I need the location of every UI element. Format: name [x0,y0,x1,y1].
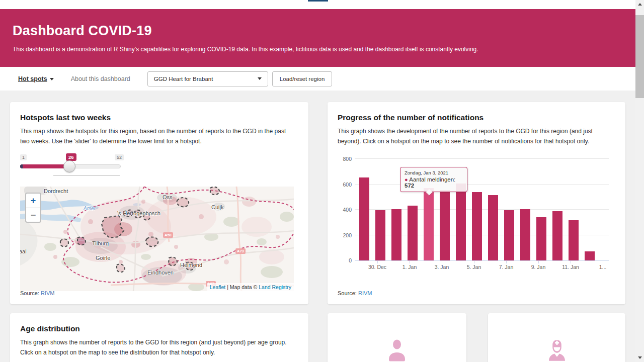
y-axis-tick-label: 600 [338,182,352,188]
x-axis-tick [377,261,378,263]
placeholder-card-user [328,313,466,362]
scrollbar-thumb[interactable] [635,15,644,98]
browser-top-strip [0,0,635,9]
chart-gridline [355,158,609,159]
tooltip-label: Aantal meldingen: [409,176,455,183]
source-label: Source: [20,290,39,296]
x-axis-tick [410,261,410,263]
map-attribution: Leaflet | Map data © Land Registry [207,283,294,291]
slider-min-label: 1 [20,154,27,160]
tooltip-date: Zondag, Jan 3, 2021 [405,170,463,175]
zoom-in-button[interactable]: + [26,194,40,208]
y-axis-tick-label: 400 [338,207,352,213]
slider-grid-line [53,175,120,175]
map-city-label: Goirle [96,255,110,261]
user-nurse-icon [498,338,615,362]
chart-bar[interactable] [552,211,562,260]
age-distribution-card: Age distribution This graph shows the nu… [10,313,308,362]
slider-value-badge: 26 [66,153,76,161]
x-axis-tick-label: 1. Jan [393,264,426,270]
page-scrollbar[interactable] [635,0,644,362]
x-axis-tick-label: 9. Jan [522,264,554,270]
content-area: Hotspots last two weeks This map shows t… [0,90,635,362]
scrollbar-up-arrow-icon[interactable] [638,3,642,6]
x-axis-tick-label: 1... [587,264,619,270]
x-axis-tick [506,261,507,263]
tab-hot-spots[interactable]: Hot spots [18,75,54,82]
rivm-link[interactable]: RIVM [41,290,55,296]
road-badge: A50 [163,232,173,238]
chart-bar[interactable] [536,217,546,260]
region-select-value: GGD Heart for Brabant [154,76,213,82]
chart-bar[interactable] [456,184,466,260]
notifications-plot: Zondag, Jan 3, 2021 ● Aantal meldingen: … [355,159,609,261]
road-badge: A73 [235,248,246,254]
chart-bar[interactable] [488,195,498,260]
zoom-out-button[interactable]: − [26,208,40,222]
dashboard-header: Dashboard COVID-19 This dashboard is a d… [0,9,635,67]
load-reset-region-button[interactable]: Load/reset region [272,71,333,86]
map-city-label: Helmond [180,262,202,268]
chart-bar[interactable] [585,251,595,260]
chart-tooltip: Zondag, Jan 3, 2021 ● Aantal meldingen: … [400,167,467,192]
tab-about-dashboard[interactable]: About this dashboard [71,75,130,82]
tooltip-series-line: ● Aantal meldingen: 572 [405,176,463,189]
navbar: Hot spots About this dashboard GGD Heart… [0,67,635,90]
slider-start-cap [20,164,23,168]
chart-bar[interactable] [472,192,482,260]
hotspots-card-description: This map shows the hotspots for this reg… [20,126,296,146]
region-select[interactable]: GGD Heart for Brabant [147,71,268,86]
x-axis-tick [571,261,571,263]
y-axis-tick-label: 0 [338,257,352,263]
tab-loading-indicator [308,0,328,2]
page-title: Dashboard COVID-19 [13,23,623,39]
notifications-card-description: This graph shows the development of the … [338,126,613,146]
chart-bar[interactable] [424,188,434,260]
slider-fill [20,164,69,168]
placeholder-card-nurse [488,313,625,362]
x-axis-tick [603,261,603,263]
x-axis-tick-label: 3. Jan [426,264,458,270]
x-axis-tick-label: 30. Dec [361,264,393,270]
x-axis-tick-label: 5. Jan [458,264,490,270]
chart-bar[interactable] [440,190,450,260]
slider-handle[interactable] [63,160,75,172]
map-city-label: Eindhoven [147,269,174,276]
hotspots-source: Source: RIVM [20,290,54,296]
scrollbar-down-arrow-icon[interactable] [638,356,642,359]
x-axis-tick [442,261,442,263]
caret-down-icon [50,78,54,80]
land-registry-link[interactable]: Land Registry [259,284,291,290]
chart-bar[interactable] [520,209,530,260]
map-city-label: Oss [163,194,173,200]
hotspots-card-title: Hotspots last two weeks [20,113,298,122]
x-axis-tick [538,261,539,263]
x-axis-tick-label: 7. Jan [490,264,522,270]
map-city-label: Cuijk [211,204,223,210]
x-axis-tick-label: 11. Jan [554,264,587,270]
x-axis-tick [474,261,474,263]
chart-bar[interactable] [408,206,418,260]
chart-bar[interactable] [359,177,369,260]
hotspot-threshold-slider[interactable]: 1 52 26 [20,154,131,177]
rivm-link[interactable]: RIVM [358,290,372,296]
chart-bar[interactable] [504,210,514,261]
chart-gridline [355,184,609,185]
age-card-description: This graph shows the number of reports t… [20,337,296,357]
hotspots-leaflet-map[interactable]: + − DordrechtAmerpOss's-HertogenboschCui… [20,187,294,291]
leaflet-link[interactable]: Leaflet [210,284,226,290]
user-icon [338,338,456,362]
map-city-label: 's-Hertogenbosch [117,210,160,216]
y-axis-tick-label: 800 [338,156,352,162]
chart-bar[interactable] [375,210,385,261]
notifications-card: Progress of the number of notifications … [328,102,625,304]
age-card-title: Age distribution [20,324,298,333]
map-zoom-control: + − [25,193,41,223]
series-dot-icon: ● [405,176,408,183]
map-water-label: Amer [84,206,96,211]
slider-max-label: 52 [115,154,124,160]
chart-bar[interactable] [391,209,401,260]
tab-hot-spots-label: Hot spots [18,75,47,82]
chart-bar[interactable] [569,220,579,260]
tooltip-value: 572 [405,183,414,189]
